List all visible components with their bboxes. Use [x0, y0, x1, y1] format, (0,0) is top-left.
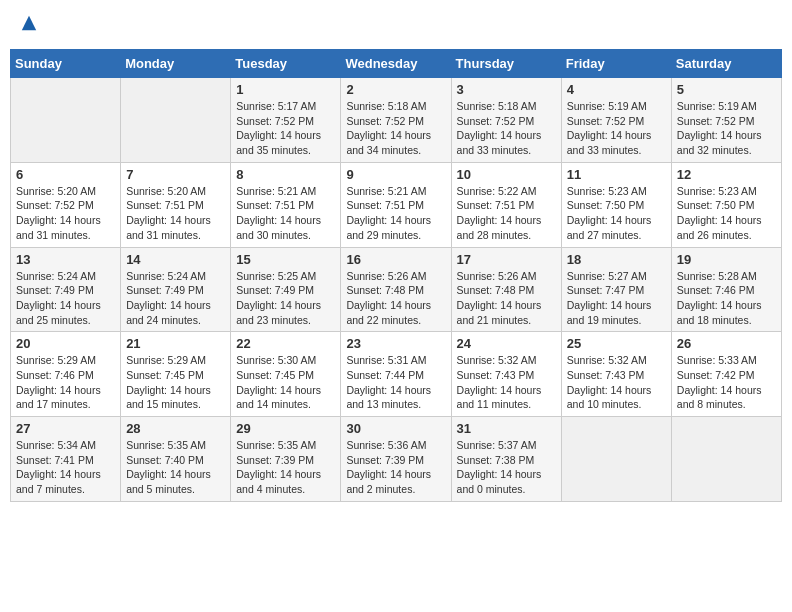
day-cell: 24Sunrise: 5:32 AM Sunset: 7:43 PM Dayli… [451, 332, 561, 417]
weekday-saturday: Saturday [671, 50, 781, 78]
day-cell: 15Sunrise: 5:25 AM Sunset: 7:49 PM Dayli… [231, 247, 341, 332]
day-number: 12 [677, 167, 776, 182]
day-cell: 28Sunrise: 5:35 AM Sunset: 7:40 PM Dayli… [121, 417, 231, 502]
day-cell: 18Sunrise: 5:27 AM Sunset: 7:47 PM Dayli… [561, 247, 671, 332]
day-info: Sunrise: 5:33 AM Sunset: 7:42 PM Dayligh… [677, 353, 776, 412]
weekday-wednesday: Wednesday [341, 50, 451, 78]
week-row-1: 1Sunrise: 5:17 AM Sunset: 7:52 PM Daylig… [11, 78, 782, 163]
day-info: Sunrise: 5:29 AM Sunset: 7:46 PM Dayligh… [16, 353, 115, 412]
day-cell: 21Sunrise: 5:29 AM Sunset: 7:45 PM Dayli… [121, 332, 231, 417]
day-info: Sunrise: 5:18 AM Sunset: 7:52 PM Dayligh… [457, 99, 556, 158]
day-cell: 8Sunrise: 5:21 AM Sunset: 7:51 PM Daylig… [231, 162, 341, 247]
day-info: Sunrise: 5:30 AM Sunset: 7:45 PM Dayligh… [236, 353, 335, 412]
week-row-2: 6Sunrise: 5:20 AM Sunset: 7:52 PM Daylig… [11, 162, 782, 247]
day-info: Sunrise: 5:19 AM Sunset: 7:52 PM Dayligh… [677, 99, 776, 158]
day-info: Sunrise: 5:25 AM Sunset: 7:49 PM Dayligh… [236, 269, 335, 328]
day-info: Sunrise: 5:36 AM Sunset: 7:39 PM Dayligh… [346, 438, 445, 497]
weekday-thursday: Thursday [451, 50, 561, 78]
day-number: 5 [677, 82, 776, 97]
day-cell: 16Sunrise: 5:26 AM Sunset: 7:48 PM Dayli… [341, 247, 451, 332]
day-cell: 3Sunrise: 5:18 AM Sunset: 7:52 PM Daylig… [451, 78, 561, 163]
day-cell: 9Sunrise: 5:21 AM Sunset: 7:51 PM Daylig… [341, 162, 451, 247]
day-cell: 10Sunrise: 5:22 AM Sunset: 7:51 PM Dayli… [451, 162, 561, 247]
day-number: 24 [457, 336, 556, 351]
day-number: 6 [16, 167, 115, 182]
calendar-header [10, 10, 782, 41]
day-number: 18 [567, 252, 666, 267]
day-cell: 25Sunrise: 5:32 AM Sunset: 7:43 PM Dayli… [561, 332, 671, 417]
day-cell: 7Sunrise: 5:20 AM Sunset: 7:51 PM Daylig… [121, 162, 231, 247]
day-cell: 20Sunrise: 5:29 AM Sunset: 7:46 PM Dayli… [11, 332, 121, 417]
day-number: 28 [126, 421, 225, 436]
logo-icon [20, 14, 38, 32]
day-number: 9 [346, 167, 445, 182]
day-info: Sunrise: 5:23 AM Sunset: 7:50 PM Dayligh… [567, 184, 666, 243]
day-info: Sunrise: 5:22 AM Sunset: 7:51 PM Dayligh… [457, 184, 556, 243]
day-info: Sunrise: 5:32 AM Sunset: 7:43 PM Dayligh… [567, 353, 666, 412]
day-number: 8 [236, 167, 335, 182]
day-info: Sunrise: 5:21 AM Sunset: 7:51 PM Dayligh… [236, 184, 335, 243]
day-cell: 30Sunrise: 5:36 AM Sunset: 7:39 PM Dayli… [341, 417, 451, 502]
day-cell: 11Sunrise: 5:23 AM Sunset: 7:50 PM Dayli… [561, 162, 671, 247]
day-cell: 27Sunrise: 5:34 AM Sunset: 7:41 PM Dayli… [11, 417, 121, 502]
day-number: 31 [457, 421, 556, 436]
day-info: Sunrise: 5:20 AM Sunset: 7:52 PM Dayligh… [16, 184, 115, 243]
logo-text [18, 14, 38, 37]
day-number: 20 [16, 336, 115, 351]
weekday-header-row: SundayMondayTuesdayWednesdayThursdayFrid… [11, 50, 782, 78]
day-info: Sunrise: 5:26 AM Sunset: 7:48 PM Dayligh… [457, 269, 556, 328]
weekday-friday: Friday [561, 50, 671, 78]
week-row-5: 27Sunrise: 5:34 AM Sunset: 7:41 PM Dayli… [11, 417, 782, 502]
day-number: 4 [567, 82, 666, 97]
day-cell: 31Sunrise: 5:37 AM Sunset: 7:38 PM Dayli… [451, 417, 561, 502]
logo [18, 14, 38, 37]
day-info: Sunrise: 5:24 AM Sunset: 7:49 PM Dayligh… [126, 269, 225, 328]
day-info: Sunrise: 5:21 AM Sunset: 7:51 PM Dayligh… [346, 184, 445, 243]
day-info: Sunrise: 5:19 AM Sunset: 7:52 PM Dayligh… [567, 99, 666, 158]
day-cell: 17Sunrise: 5:26 AM Sunset: 7:48 PM Dayli… [451, 247, 561, 332]
day-cell [671, 417, 781, 502]
svg-marker-0 [22, 16, 36, 30]
day-number: 22 [236, 336, 335, 351]
day-info: Sunrise: 5:32 AM Sunset: 7:43 PM Dayligh… [457, 353, 556, 412]
calendar-table: SundayMondayTuesdayWednesdayThursdayFrid… [10, 49, 782, 502]
day-info: Sunrise: 5:35 AM Sunset: 7:39 PM Dayligh… [236, 438, 335, 497]
day-info: Sunrise: 5:29 AM Sunset: 7:45 PM Dayligh… [126, 353, 225, 412]
day-info: Sunrise: 5:18 AM Sunset: 7:52 PM Dayligh… [346, 99, 445, 158]
day-number: 27 [16, 421, 115, 436]
day-info: Sunrise: 5:23 AM Sunset: 7:50 PM Dayligh… [677, 184, 776, 243]
weekday-monday: Monday [121, 50, 231, 78]
day-cell: 14Sunrise: 5:24 AM Sunset: 7:49 PM Dayli… [121, 247, 231, 332]
day-cell: 5Sunrise: 5:19 AM Sunset: 7:52 PM Daylig… [671, 78, 781, 163]
day-number: 26 [677, 336, 776, 351]
day-info: Sunrise: 5:35 AM Sunset: 7:40 PM Dayligh… [126, 438, 225, 497]
day-number: 14 [126, 252, 225, 267]
day-info: Sunrise: 5:17 AM Sunset: 7:52 PM Dayligh… [236, 99, 335, 158]
day-cell: 13Sunrise: 5:24 AM Sunset: 7:49 PM Dayli… [11, 247, 121, 332]
day-cell: 29Sunrise: 5:35 AM Sunset: 7:39 PM Dayli… [231, 417, 341, 502]
day-number: 17 [457, 252, 556, 267]
calendar-body: 1Sunrise: 5:17 AM Sunset: 7:52 PM Daylig… [11, 78, 782, 502]
day-info: Sunrise: 5:37 AM Sunset: 7:38 PM Dayligh… [457, 438, 556, 497]
day-cell: 4Sunrise: 5:19 AM Sunset: 7:52 PM Daylig… [561, 78, 671, 163]
day-cell: 12Sunrise: 5:23 AM Sunset: 7:50 PM Dayli… [671, 162, 781, 247]
day-info: Sunrise: 5:20 AM Sunset: 7:51 PM Dayligh… [126, 184, 225, 243]
day-info: Sunrise: 5:27 AM Sunset: 7:47 PM Dayligh… [567, 269, 666, 328]
day-number: 3 [457, 82, 556, 97]
day-info: Sunrise: 5:24 AM Sunset: 7:49 PM Dayligh… [16, 269, 115, 328]
day-cell: 19Sunrise: 5:28 AM Sunset: 7:46 PM Dayli… [671, 247, 781, 332]
day-info: Sunrise: 5:28 AM Sunset: 7:46 PM Dayligh… [677, 269, 776, 328]
day-info: Sunrise: 5:34 AM Sunset: 7:41 PM Dayligh… [16, 438, 115, 497]
day-number: 30 [346, 421, 445, 436]
day-number: 25 [567, 336, 666, 351]
day-number: 13 [16, 252, 115, 267]
week-row-3: 13Sunrise: 5:24 AM Sunset: 7:49 PM Dayli… [11, 247, 782, 332]
day-cell: 26Sunrise: 5:33 AM Sunset: 7:42 PM Dayli… [671, 332, 781, 417]
day-cell: 1Sunrise: 5:17 AM Sunset: 7:52 PM Daylig… [231, 78, 341, 163]
day-cell [561, 417, 671, 502]
day-cell: 22Sunrise: 5:30 AM Sunset: 7:45 PM Dayli… [231, 332, 341, 417]
day-number: 16 [346, 252, 445, 267]
day-cell: 2Sunrise: 5:18 AM Sunset: 7:52 PM Daylig… [341, 78, 451, 163]
day-number: 10 [457, 167, 556, 182]
day-cell [121, 78, 231, 163]
